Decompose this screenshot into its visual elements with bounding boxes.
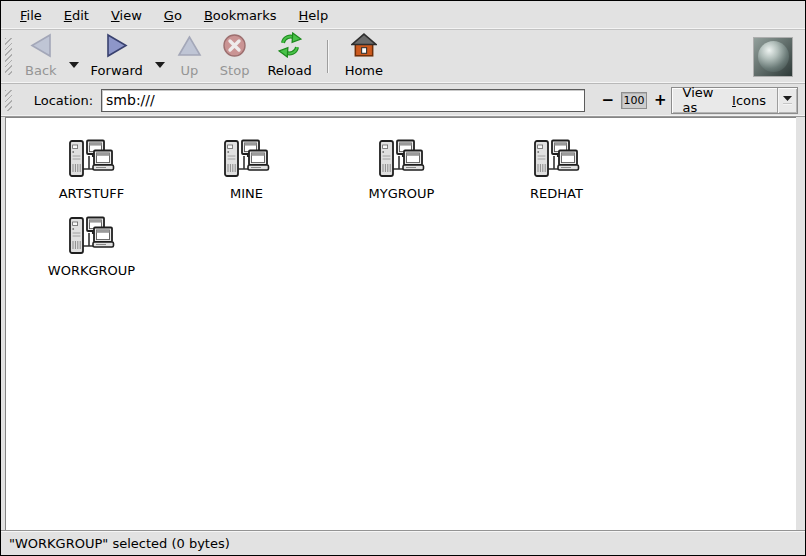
menu-file[interactable]: File xyxy=(9,3,53,28)
toolbar-spacer xyxy=(392,32,753,81)
zoom-out-button[interactable]: − xyxy=(597,91,618,109)
location-input[interactable] xyxy=(101,89,585,112)
file-manager-window: File Edit View Go Bookmarks Help Back Fo… xyxy=(0,0,806,556)
stop-button[interactable]: Stop xyxy=(211,32,259,81)
forward-button[interactable]: Forward xyxy=(82,32,152,81)
network-workgroup-icon xyxy=(68,216,115,259)
icon-view-canvas[interactable]: ARTSTUFF MINE xyxy=(5,117,796,530)
workgroup-item[interactable]: WORKGROUP xyxy=(14,216,169,278)
workgroup-label: MINE xyxy=(230,186,263,201)
combo-dropdown-arrow-icon[interactable] xyxy=(777,88,797,113)
home-button[interactable]: Home xyxy=(336,32,392,81)
forward-history-chevron-icon[interactable] xyxy=(152,54,168,72)
reload-button[interactable]: Reload xyxy=(258,32,320,81)
home-icon xyxy=(351,33,377,61)
reload-icon xyxy=(277,32,303,61)
toolbar-grip-handle[interactable] xyxy=(5,38,12,75)
workgroup-item[interactable]: MINE xyxy=(169,139,324,201)
workgroup-label: REDHAT xyxy=(530,186,583,201)
menu-edit[interactable]: Edit xyxy=(53,3,100,28)
workgroup-label: WORKGROUP xyxy=(48,263,135,278)
location-bar: Location: − 100 + View as Icons xyxy=(1,84,805,117)
location-bar-grip-handle[interactable] xyxy=(5,90,12,111)
back-history-chevron-icon[interactable] xyxy=(66,54,82,72)
workgroup-label: ARTSTUFF xyxy=(59,186,125,201)
menu-go[interactable]: Go xyxy=(153,3,193,28)
status-text: "WORKGROUP" selected (0 bytes) xyxy=(9,536,230,551)
network-workgroup-icon xyxy=(223,139,270,182)
zoom-in-button[interactable]: + xyxy=(650,91,671,109)
network-workgroup-icon xyxy=(533,139,580,182)
menu-bookmarks[interactable]: Bookmarks xyxy=(193,3,288,28)
toolbar-separator xyxy=(327,40,328,73)
zoom-level-indicator: 100 xyxy=(621,92,647,109)
throbber-sphere-icon xyxy=(758,41,789,72)
location-label: Location: xyxy=(34,93,93,108)
status-bar: "WORKGROUP" selected (0 bytes) xyxy=(1,530,805,555)
workgroup-item[interactable]: MYGROUP xyxy=(324,139,479,201)
back-icon xyxy=(28,33,54,61)
workgroup-label: MYGROUP xyxy=(369,186,435,201)
throbber xyxy=(753,37,793,77)
up-button[interactable]: Up xyxy=(168,32,211,81)
menu-bar: File Edit View Go Bookmarks Help xyxy=(1,1,805,30)
back-button[interactable]: Back xyxy=(16,32,66,81)
icon-grid: ARTSTUFF MINE xyxy=(6,118,642,293)
workgroup-item[interactable]: REDHAT xyxy=(479,139,634,201)
network-workgroup-icon xyxy=(68,139,115,182)
workgroup-item[interactable]: ARTSTUFF xyxy=(14,139,169,201)
forward-icon xyxy=(104,33,130,61)
stop-icon xyxy=(222,33,247,61)
menu-help[interactable]: Help xyxy=(288,3,340,28)
view-as-combo[interactable]: View as Icons xyxy=(671,87,798,114)
menu-view[interactable]: View xyxy=(100,3,153,28)
up-icon xyxy=(177,33,202,61)
network-workgroup-icon xyxy=(378,139,425,182)
toolbar: Back Forward Up xyxy=(1,30,805,84)
